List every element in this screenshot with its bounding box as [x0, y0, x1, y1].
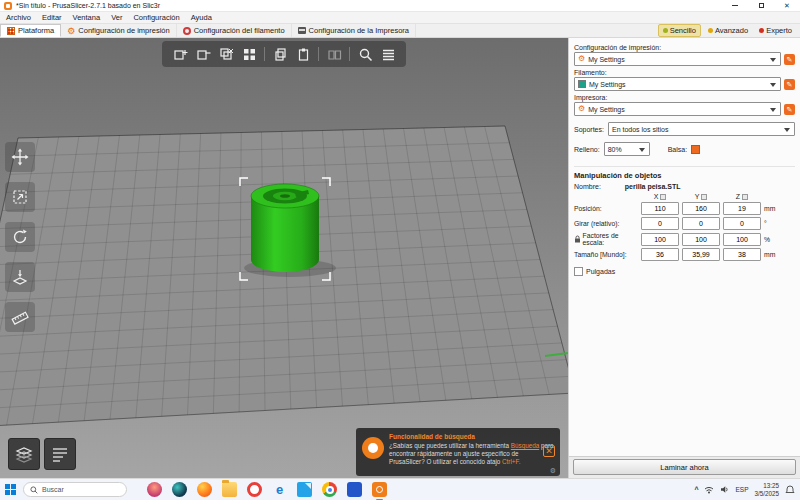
maximize-button[interactable] — [748, 0, 774, 11]
tab-plataforma[interactable]: Plataforma — [0, 24, 61, 37]
delete-all-icon[interactable] — [218, 46, 234, 62]
taskbar-apps: e — [147, 482, 387, 497]
tab-bar: Plataforma ⚙ Configuración de impresión … — [0, 24, 800, 38]
clock[interactable]: 13:25 3/5/2025 — [754, 482, 779, 496]
infill-select[interactable]: 80% — [604, 142, 650, 156]
arrange-icon[interactable] — [241, 46, 257, 62]
size-x-input[interactable] — [641, 248, 679, 261]
menu-archivo[interactable]: Archivo — [6, 13, 31, 22]
filament-icon — [183, 27, 191, 35]
slice-now-button[interactable]: Laminar ahora — [573, 459, 796, 475]
size-label: Tamaño [Mundo]: — [574, 251, 638, 258]
position-z-input[interactable] — [723, 202, 761, 215]
position-y-input[interactable] — [682, 202, 720, 215]
rotate-z-input[interactable] — [723, 217, 761, 230]
print-bed-scene — [0, 38, 568, 478]
menu-editar[interactable]: Editar — [42, 13, 62, 22]
edit-filament-preset-icon[interactable]: ✎ — [784, 79, 795, 90]
toast-settings-gear-icon[interactable]: ⚙ — [550, 467, 556, 475]
lock-icon[interactable] — [574, 235, 581, 243]
print-settings-label: Configuración de impresión: — [574, 44, 795, 51]
rotate-y-input[interactable] — [682, 217, 720, 230]
internet-explorer-icon[interactable]: e — [272, 482, 287, 497]
mode-avanzado[interactable]: Avanzado — [704, 25, 752, 36]
rotate-tool-icon[interactable] — [5, 222, 35, 252]
people-app-icon[interactable] — [147, 482, 162, 497]
axis-z-icon — [742, 194, 748, 200]
opera-icon[interactable] — [247, 482, 262, 497]
scale-z-input[interactable] — [723, 233, 761, 246]
rotate-unit: ° — [764, 220, 778, 227]
printer-preset-select[interactable]: ⚙ My Settings — [574, 102, 781, 116]
search-link[interactable]: Búsqueda — [511, 442, 539, 449]
toast-title: Funcionalidad de búsqueda — [389, 433, 554, 441]
prusaslicer-taskbar-icon[interactable] — [372, 482, 387, 497]
inches-label: Pulgadas — [586, 268, 615, 275]
copy-icon[interactable] — [272, 46, 288, 62]
axis-y-icon — [701, 194, 707, 200]
toast-shortcut: Ctrl+F. — [502, 458, 520, 465]
network-icon[interactable] — [704, 485, 714, 494]
firefox-icon[interactable] — [197, 482, 212, 497]
object-manipulation-title: Manipulación de objetos — [574, 166, 795, 180]
object-toolbar — [162, 41, 406, 67]
move-tool-icon[interactable] — [5, 142, 35, 172]
rotate-x-input[interactable] — [641, 217, 679, 230]
mode-experto[interactable]: Experto — [755, 25, 796, 36]
supports-select[interactable]: En todos los sitios — [608, 122, 795, 136]
file-explorer-icon[interactable] — [222, 482, 237, 497]
notification-bell-icon[interactable] — [785, 485, 795, 495]
menu-ayuda[interactable]: Ayuda — [191, 13, 212, 22]
start-button-icon[interactable] — [5, 484, 17, 496]
search-icon — [30, 486, 38, 494]
paste-icon[interactable] — [295, 46, 311, 62]
volume-icon[interactable] — [720, 485, 729, 494]
model-object[interactable] — [251, 184, 319, 272]
toast-close-icon[interactable]: ✕ — [543, 445, 555, 457]
scale-x-input[interactable] — [641, 233, 679, 246]
edge-dev-app-icon[interactable] — [172, 482, 187, 497]
prusaslicer-window: *Sin título - PrusaSlicer-2.7.1 basado e… — [0, 0, 800, 500]
infill-label: Relleno: — [574, 146, 600, 153]
tab-filament-settings[interactable]: Configuración del filamento — [177, 24, 292, 37]
blue-app-icon[interactable] — [347, 482, 362, 497]
add-object-icon[interactable] — [172, 46, 188, 62]
split-object-icon[interactable] — [326, 46, 342, 62]
scale-tool-icon[interactable] — [5, 182, 35, 212]
taskbar-search[interactable]: Buscar — [23, 482, 127, 497]
print-preset-select[interactable]: ⚙ My Settings — [574, 52, 781, 66]
edit-printer-preset-icon[interactable]: ✎ — [784, 104, 795, 115]
raft-checkbox[interactable] — [691, 145, 700, 154]
variable-layer-height-icon[interactable] — [380, 46, 396, 62]
filament-preset-select[interactable]: My Settings — [574, 77, 781, 91]
close-button[interactable]: ✕ — [774, 0, 800, 11]
menu-ventana[interactable]: Ventana — [73, 13, 101, 22]
viewport-3d[interactable]: Funcionalidad de búsqueda ¿Sabías que pu… — [0, 38, 568, 478]
search-icon[interactable] — [357, 46, 373, 62]
supports-label: Soportes: — [574, 126, 604, 133]
menu-ver[interactable]: Ver — [111, 13, 122, 22]
mode-sencillo[interactable]: Sencillo — [658, 24, 701, 37]
scale-y-input[interactable] — [682, 233, 720, 246]
plater-icon — [7, 27, 15, 35]
size-z-input[interactable] — [723, 248, 761, 261]
editor-view-icon[interactable] — [8, 438, 40, 470]
tray-expand-icon[interactable]: ^ — [694, 486, 698, 493]
tab-print-settings[interactable]: ⚙ Configuración de impresión — [61, 24, 176, 37]
delete-object-icon[interactable] — [195, 46, 211, 62]
preview-view-icon[interactable] — [44, 438, 76, 470]
print-settings-icon: ⚙ — [67, 27, 75, 35]
place-on-face-tool-icon[interactable] — [5, 262, 35, 292]
size-y-input[interactable] — [682, 248, 720, 261]
language-indicator[interactable]: ESP — [735, 486, 748, 493]
position-x-input[interactable] — [641, 202, 679, 215]
measure-tool-icon[interactable] — [5, 302, 35, 332]
minimize-button[interactable] — [722, 0, 748, 11]
menu-configuracion[interactable]: Configuración — [133, 13, 179, 22]
inches-checkbox[interactable] — [574, 267, 583, 276]
tab-printer-settings[interactable]: Configuración de la Impresora — [292, 24, 416, 37]
system-tray: ^ ESP 13:25 3/5/2025 — [694, 482, 795, 496]
chrome-icon[interactable] — [322, 482, 337, 497]
vscode-icon[interactable] — [297, 482, 312, 497]
edit-print-preset-icon[interactable]: ✎ — [784, 54, 795, 65]
